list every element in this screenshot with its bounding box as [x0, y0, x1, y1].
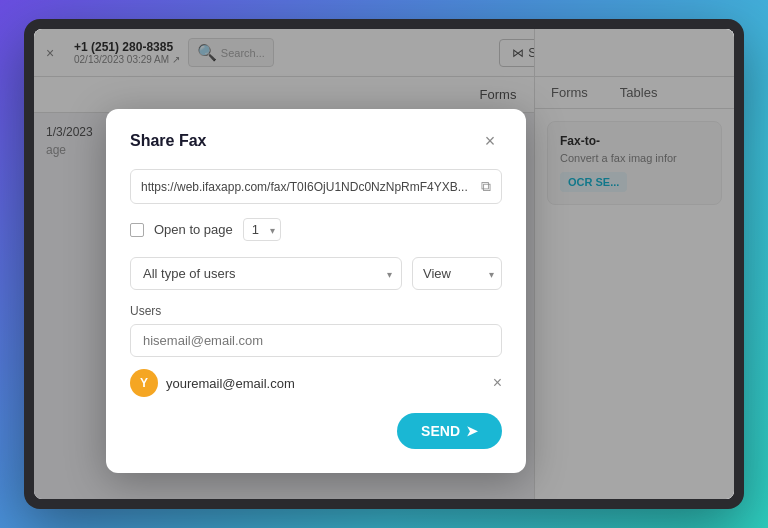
permission-select-wrapper: View Edit — [412, 257, 502, 290]
open-to-page-label: Open to page — [154, 222, 233, 237]
send-label: SEND — [421, 423, 460, 439]
modal-footer: SEND ➤ — [130, 413, 502, 449]
share-fax-modal: Share Fax × https://web.ifaxapp.com/fax/… — [106, 109, 526, 473]
open-to-page-checkbox[interactable] — [130, 223, 144, 237]
send-button[interactable]: SEND ➤ — [397, 413, 502, 449]
page-select-wrapper: 1 2 3 — [243, 218, 281, 241]
tag-email: youremail@email.com — [166, 376, 485, 391]
user-type-select-wrapper: All type of users Specific users Anyone … — [130, 257, 402, 290]
user-type-select[interactable]: All type of users Specific users Anyone … — [130, 257, 402, 290]
email-tag-row: Y youremail@email.com × — [130, 369, 502, 397]
screen: × +1 (251) 280-8385 02/13/2023 03:29 AM … — [34, 29, 734, 499]
dropdowns-row: All type of users Specific users Anyone … — [130, 257, 502, 290]
open-to-page-row: Open to page 1 2 3 — [130, 218, 502, 241]
modal-title: Share Fax — [130, 132, 206, 150]
laptop-frame: × +1 (251) 280-8385 02/13/2023 03:29 AM … — [24, 19, 744, 509]
tag-avatar: Y — [130, 369, 158, 397]
modal-close-button[interactable]: × — [478, 129, 502, 153]
users-input[interactable] — [130, 324, 502, 357]
copy-icon[interactable]: ⧉ — [481, 178, 491, 195]
modal-header: Share Fax × — [130, 129, 502, 153]
users-label: Users — [130, 304, 502, 318]
permission-select[interactable]: View Edit — [412, 257, 502, 290]
send-icon: ➤ — [466, 423, 478, 439]
share-url: https://web.ifaxapp.com/fax/T0I6OjU1NDc0… — [141, 180, 473, 194]
page-select[interactable]: 1 2 3 — [243, 218, 281, 241]
tag-remove-button[interactable]: × — [493, 374, 502, 392]
url-row: https://web.ifaxapp.com/fax/T0I6OjU1NDc0… — [130, 169, 502, 204]
